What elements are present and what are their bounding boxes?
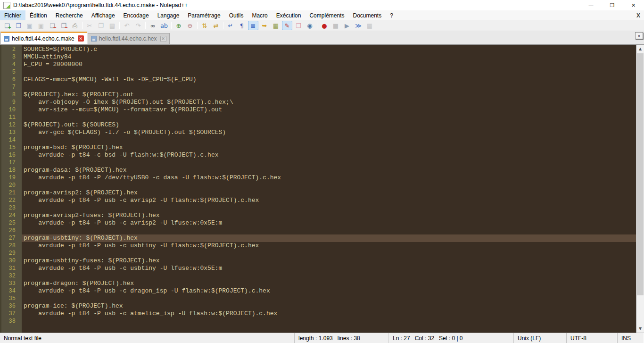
tab-close-icon[interactable]: ✕	[160, 36, 166, 42]
tabbar-close-doc-button[interactable]: x	[635, 32, 643, 39]
code-line-27[interactable]: 27program-usbtiny: $(PROJECT).hex	[0, 234, 636, 242]
code-line-4[interactable]: 4F_CPU = 20000000	[0, 61, 636, 68]
code-line-7[interactable]: 7	[0, 84, 636, 91]
code-line-9[interactable]: 9 avr-objcopy -O ihex $(PROJECT).out $(P…	[0, 99, 636, 106]
menu-help[interactable]: ?	[386, 10, 397, 20]
menu-encodage[interactable]: Encodage	[119, 10, 153, 20]
code-line-12[interactable]: 12$(PROJECT).out: $(SOURCES)	[0, 121, 636, 129]
scroll-down-arrow-icon[interactable]: ▼	[636, 325, 644, 333]
menu-langage[interactable]: Langage	[153, 10, 184, 20]
sync-horizontal-scroll-button[interactable]: ⇄	[211, 21, 221, 30]
open-file-button[interactable]: ❐	[13, 21, 24, 30]
code-line-22[interactable]: 22 avrdude -p t84 -P usb -c avrisp2 -U f…	[0, 197, 636, 204]
undo-button[interactable]: ↶	[122, 21, 132, 30]
macro-save-button[interactable]: ▦	[364, 21, 375, 30]
code-line-19[interactable]: 19 avrdude -p t84 -P /dev/ttyUSB0 -c das…	[0, 174, 636, 182]
code-line-38[interactable]: 38	[0, 318, 636, 325]
document-list-button[interactable]: ✎	[282, 21, 292, 30]
code-line-32[interactable]: 32	[0, 272, 636, 280]
code-line-10[interactable]: 10 avr-size --mcu=$(MMCU) --format=avr $…	[0, 106, 636, 114]
menubar-close-document-button[interactable]: X	[633, 10, 644, 20]
print-button[interactable]: ⎙	[70, 21, 80, 30]
toolbar-separator	[119, 22, 120, 29]
code-line-28[interactable]: 28 avrdude -p t84 -P usb -c usbtiny -U f…	[0, 242, 636, 250]
cut-button[interactable]: ✂	[84, 21, 95, 30]
macro-stop-button[interactable]: ■	[330, 21, 341, 30]
code-line-5[interactable]: 5	[0, 68, 636, 76]
code-line-11[interactable]: 11	[0, 114, 636, 121]
restore-button[interactable]: ❐	[602, 0, 623, 10]
copy-button[interactable]: ❐	[96, 21, 106, 30]
save-all-button[interactable]: ▣	[36, 21, 46, 30]
menu-fichier[interactable]: Fichier	[0, 10, 25, 20]
code-line-29[interactable]: 29	[0, 250, 636, 257]
show-indent-guide-button[interactable]: ≣	[248, 21, 258, 30]
tab-hello-ftdi-44-echo-c-hex[interactable]: hello.ftdi.44.echo.c.hex✕	[88, 33, 170, 44]
tab-hello-ftdi-44-echo-c-make[interactable]: hello.ftdi.44.echo.c.make✕	[0, 32, 87, 44]
code-line-37[interactable]: 37 avrdude -p t84 -P usb -c atmelice_isp…	[0, 310, 636, 318]
code-line-16[interactable]: 16 avrdude -p t84 -c bsd -U flash:w:$(PR…	[0, 151, 636, 159]
minimize-button[interactable]: —	[580, 0, 602, 10]
word-wrap-button[interactable]: ↵	[225, 21, 236, 30]
code-line-35[interactable]: 35	[0, 295, 636, 302]
code-line-13[interactable]: 13 avr-gcc $(CFLAGS) -I./ -o $(PROJECT).…	[0, 129, 636, 136]
code-line-31[interactable]: 31 avrdude -p t84 -P usb -c usbtiny -U l…	[0, 265, 636, 272]
status-eol-format[interactable]: Unix (LF)	[514, 333, 567, 343]
scrollbar-thumb[interactable]	[637, 53, 644, 295]
close-file-button[interactable]: ❏−	[47, 21, 58, 30]
show-all-characters-button[interactable]: ¶	[237, 21, 247, 30]
code-line-3[interactable]: 3MMCU=attiny84	[0, 53, 636, 61]
code-line-14[interactable]: 14	[0, 136, 636, 144]
code-line-17[interactable]: 17	[0, 159, 636, 167]
menu-execution[interactable]: Exécution	[272, 10, 305, 20]
document-map-button[interactable]: ▦	[271, 21, 281, 30]
macro-record-button[interactable]: ●	[319, 21, 330, 30]
menu-documents[interactable]: Documents	[348, 10, 386, 20]
menu-edition[interactable]: Édition	[25, 10, 51, 20]
code-line-18[interactable]: 18program-dasa: $(PROJECT).hex	[0, 167, 636, 174]
code-line-2[interactable]: 2SOURCES=$(PROJECT).c	[0, 46, 636, 53]
code-line-26[interactable]: 26	[0, 227, 636, 234]
status-insert-mode[interactable]: INS	[618, 333, 644, 343]
function-list-button[interactable]: ➥	[259, 21, 270, 30]
menu-macro[interactable]: Macro	[248, 10, 272, 20]
paste-button[interactable]: ▤	[107, 21, 117, 30]
find-button[interactable]: ∞	[148, 21, 158, 30]
macro-play-button[interactable]: ▶	[342, 21, 352, 30]
code-line-34[interactable]: 34 avrdude -p t84 -P usb -c dragon_isp -…	[0, 287, 636, 295]
code-line-20[interactable]: 20	[0, 182, 636, 189]
menu-recherche[interactable]: Recherche	[51, 10, 87, 20]
replace-button[interactable]: ab	[159, 21, 169, 30]
scrollbar-track[interactable]	[636, 53, 644, 325]
code-area[interactable]: 2SOURCES=$(PROJECT).c3MMCU=attiny844F_CP…	[0, 45, 636, 333]
code-line-33[interactable]: 33program-dragon: $(PROJECT).hex	[0, 280, 636, 287]
code-line-30[interactable]: 30program-usbtiny-fuses: $(PROJECT).hex	[0, 257, 636, 265]
new-file-button[interactable]: ❏+	[2, 21, 12, 30]
macro-run-multiple-button[interactable]: ≫	[353, 21, 363, 30]
code-line-15[interactable]: 15program-bsd: $(PROJECT).hex	[0, 144, 636, 151]
close-all-button[interactable]: ❐−	[58, 21, 69, 30]
code-line-36[interactable]: 36program-ice: $(PROJECT).hex	[0, 302, 636, 310]
sync-vertical-scroll-button[interactable]: ⇅	[199, 21, 210, 30]
tab-close-icon[interactable]: ✕	[78, 35, 84, 42]
scroll-up-arrow-icon[interactable]: ▲	[636, 45, 644, 53]
vertical-scrollbar[interactable]: ▲ ▼	[636, 45, 644, 333]
code-line-23[interactable]: 23	[0, 204, 636, 212]
zoom-in-button[interactable]: ⊕	[173, 21, 184, 30]
menu-parametrage[interactable]: Paramétrage	[183, 10, 224, 20]
menu-affichage[interactable]: Affichage	[87, 10, 119, 20]
redo-button[interactable]: ↷	[133, 21, 143, 30]
code-line-6[interactable]: 6CFLAGS=-mmcu=$(MMCU) -Wall -Os -DF_CPU=…	[0, 76, 636, 84]
code-line-21[interactable]: 21program-avrisp2: $(PROJECT).hex	[0, 189, 636, 197]
code-line-8[interactable]: 8$(PROJECT).hex: $(PROJECT).out	[0, 91, 636, 99]
file-monitoring-button[interactable]: ◉	[305, 21, 315, 30]
menu-outils[interactable]: Outils	[225, 10, 248, 20]
code-line-25[interactable]: 25 avrdude -p t84 -P usb -c avrisp2 -U l…	[0, 219, 636, 227]
save-file-button[interactable]: ▣	[25, 21, 35, 30]
status-encoding[interactable]: UTF-8	[567, 333, 618, 343]
close-button[interactable]: ✕	[623, 0, 644, 10]
code-line-24[interactable]: 24program-avrisp2-fuses: $(PROJECT).hex	[0, 212, 636, 219]
zoom-out-button[interactable]: ⊖	[185, 21, 195, 30]
menu-complements[interactable]: Compléments	[305, 10, 348, 20]
folder-as-workspace-button[interactable]: ❒	[293, 21, 304, 30]
